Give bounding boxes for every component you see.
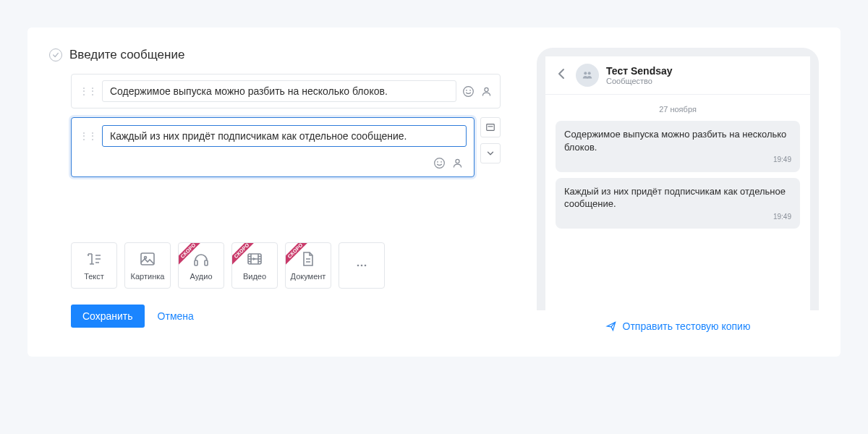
message-blocks: ⋮⋮ Содержимое выпуска можно разбить на н…: [49, 74, 501, 177]
block-text-input[interactable]: Каждый из них придёт подписчикам как отд…: [102, 125, 467, 147]
block-row: ⋮⋮ Каждый из них придёт подписчикам как …: [71, 117, 501, 177]
preview-column: Тест Sendsay Сообщество 27 ноября Содерж…: [537, 48, 819, 335]
chat-subtitle: Сообщество: [606, 77, 673, 85]
chat-title-block: Тест Sendsay Сообщество: [606, 65, 673, 85]
emoji-icon[interactable]: [433, 157, 446, 169]
phone-frame: Тест Sendsay Сообщество 27 ноября Содерж…: [537, 48, 819, 310]
chat-message: Содержимое выпуска можно разбить на неск…: [556, 121, 800, 172]
tool-label: Текст: [84, 272, 104, 281]
section-title: Введите сообщение: [69, 48, 184, 62]
tool-label: Картинка: [131, 272, 165, 281]
message-text: Каждый из них придёт подписчикам как отд…: [564, 185, 791, 210]
person-icon[interactable]: [451, 157, 464, 169]
page-container: Введите сообщение ⋮⋮ Содержимое выпуска …: [0, 0, 868, 434]
tool-label: Видео: [243, 272, 266, 281]
message-time: 19:49: [564, 212, 791, 222]
message-time: 19:49: [564, 155, 791, 165]
svg-point-0: [464, 86, 474, 96]
tool-document[interactable]: Документ: [285, 242, 331, 289]
tool-more[interactable]: [339, 242, 385, 289]
svg-point-17: [365, 265, 367, 267]
add-button-side[interactable]: [480, 117, 501, 137]
block-inline-icons: [462, 85, 493, 98]
chat-body: 27 ноября Содержимое выпуска можно разби…: [545, 95, 810, 310]
emoji-icon[interactable]: [462, 85, 475, 98]
tool-image[interactable]: Картинка: [124, 242, 171, 289]
tool-label: Аудио: [190, 272, 212, 281]
drag-handle-icon[interactable]: ⋮⋮: [79, 134, 96, 138]
message-text: Содержимое выпуска можно разбить на неск…: [564, 128, 791, 153]
chat-header: Тест Sendsay Сообщество: [545, 56, 810, 95]
svg-rect-8: [487, 124, 495, 131]
send-test-link[interactable]: Отправить тестовую копию: [623, 320, 751, 332]
date-separator: 27 ноября: [556, 105, 800, 114]
chat-name: Тест Sendsay: [606, 65, 673, 77]
svg-rect-10: [141, 253, 154, 265]
person-icon[interactable]: [480, 85, 493, 98]
send-icon: [605, 320, 617, 332]
expand-down-button[interactable]: [480, 143, 501, 163]
block-row: ⋮⋮ Содержимое выпуска можно разбить на н…: [71, 74, 501, 109]
svg-point-16: [361, 265, 363, 267]
editor-left-column: Введите сообщение ⋮⋮ Содержимое выпуска …: [49, 48, 501, 335]
check-circle-icon: [49, 48, 62, 61]
svg-point-7: [456, 159, 459, 163]
tool-text[interactable]: Текст: [71, 242, 117, 289]
svg-point-15: [357, 265, 359, 267]
svg-point-3: [485, 88, 488, 91]
block-side-controls: [480, 117, 501, 163]
svg-point-19: [588, 72, 591, 75]
svg-point-5: [437, 161, 438, 163]
send-test-row: Отправить тестовую копию: [537, 310, 819, 335]
back-arrow-icon[interactable]: [556, 67, 569, 83]
svg-point-1: [466, 89, 467, 90]
svg-rect-13: [205, 260, 208, 265]
cancel-button[interactable]: Отмена: [158, 310, 194, 322]
section-header: Введите сообщение: [49, 48, 501, 62]
svg-point-18: [584, 72, 587, 75]
content-type-toolbar: Текст Картинка Аудио Видео: [49, 242, 501, 289]
tool-label: Документ: [291, 272, 326, 281]
tool-video[interactable]: Видео: [231, 242, 278, 289]
tool-audio[interactable]: Аудио: [178, 242, 224, 289]
message-block-active[interactable]: ⋮⋮ Каждый из них придёт подписчикам как …: [71, 117, 475, 177]
message-block[interactable]: ⋮⋮ Содержимое выпуска можно разбить на н…: [71, 74, 501, 109]
block-text-input[interactable]: Содержимое выпуска можно разбить на неск…: [102, 80, 456, 102]
form-actions: Сохранить Отмена: [49, 305, 501, 328]
svg-point-6: [441, 161, 442, 163]
chat-message: Каждый из них придёт подписчикам как отд…: [556, 178, 800, 229]
avatar: [576, 64, 599, 87]
svg-rect-9: [488, 126, 493, 127]
block-inline-icons: [433, 157, 464, 169]
editor-panel: Введите сообщение ⋮⋮ Содержимое выпуска …: [27, 27, 841, 357]
svg-point-2: [469, 89, 471, 90]
svg-rect-12: [195, 260, 197, 265]
save-button[interactable]: Сохранить: [71, 305, 145, 328]
drag-handle-icon[interactable]: ⋮⋮: [79, 89, 96, 93]
phone-screen: Тест Sendsay Сообщество 27 ноября Содерж…: [545, 56, 810, 310]
svg-point-4: [435, 158, 445, 169]
